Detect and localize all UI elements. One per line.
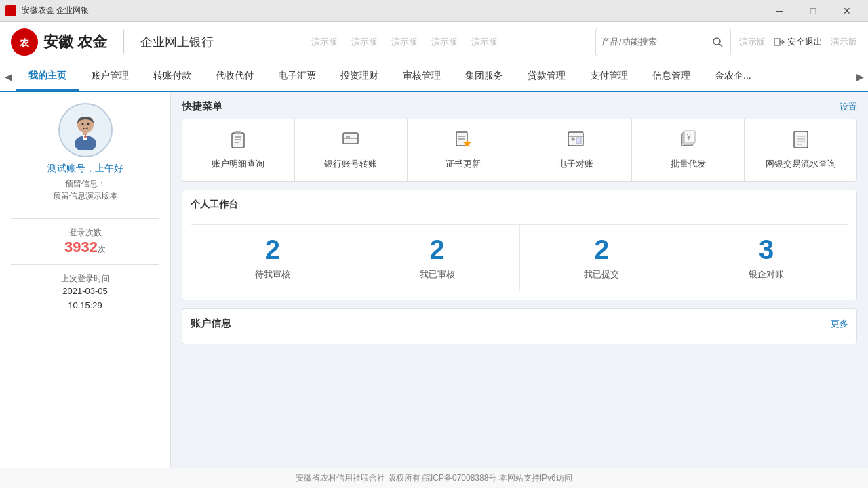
account-section-header: 账户信息 更多 [191, 317, 848, 330]
nav-bar: ◀ 我的主页账户管理转账付款代收代付电子汇票投资理财审核管理集团服务贷款管理支付… [0, 62, 868, 92]
search-input[interactable] [601, 37, 710, 47]
quick-item-label-1: 银行账号转账 [324, 158, 377, 170]
logo-area: 农 安徽 农金 [11, 28, 107, 56]
quick-item-5[interactable]: 网银交易流水查询 [745, 119, 856, 181]
svg-text:¥: ¥ [570, 134, 576, 142]
logout-button[interactable]: 安全退出 [774, 36, 823, 48]
search-box [595, 28, 731, 56]
avatar [58, 103, 113, 157]
nav-item-9[interactable]: 支付管理 [578, 62, 640, 92]
svg-rect-13 [232, 133, 244, 148]
workspace-title: 个人工作台 [191, 199, 238, 211]
workspace-stat-2: 2 我已提交 [520, 225, 685, 291]
quick-item-1[interactable]: 银行账号转账 [295, 119, 408, 181]
last-login-label: 上次登录时间 [11, 273, 159, 285]
ws-stat-label-2: 我已提交 [584, 268, 619, 281]
nav-item-0[interactable]: 我的主页 [16, 62, 79, 92]
login-count-unit: 次 [98, 245, 106, 254]
ws-stat-label-1: 我已审核 [420, 268, 455, 281]
login-count-value-row: 3932次 [11, 239, 159, 256]
logout-icon [774, 37, 785, 47]
workspace: 个人工作台 2 待我审核 2 我已审核 2 我已提交 3 银企对账 [182, 190, 857, 300]
maximize-button[interactable]: □ [797, 0, 829, 22]
sidebar-divider-1 [11, 218, 159, 219]
svg-point-2 [713, 38, 720, 45]
content-area: 快捷菜单 设置 账户明细查询 银行账号转账 证书更新 ¥ 电子对账 ¥ 批量代发… [171, 92, 868, 468]
account-section-more[interactable]: 更多 [831, 318, 848, 330]
account-section-title: 账户信息 [191, 317, 231, 330]
nav-item-7[interactable]: 集团服务 [453, 62, 515, 92]
logo-text: 安徽 农金 [43, 32, 107, 52]
nav-item-2[interactable]: 转账付款 [141, 62, 203, 92]
demo-2: 演示版 [351, 36, 378, 48]
search-button[interactable] [710, 31, 725, 53]
logo-icon: 农 [11, 28, 38, 56]
ws-stat-label-0: 待我审核 [255, 268, 290, 281]
nav-item-4[interactable]: 电子汇票 [266, 62, 328, 92]
minimize-button[interactable]: ─ [764, 0, 795, 22]
quick-item-label-0: 账户明细查询 [212, 158, 264, 170]
ws-stat-number-2: 2 [594, 236, 609, 263]
quick-menu-header: 快捷菜单 设置 [182, 100, 857, 113]
avatar-area: 测试账号，上午好 预留信息： 预留信息演示版本 [11, 103, 159, 210]
svg-text:¥: ¥ [686, 134, 691, 141]
reconcile-icon: ¥ [566, 130, 585, 154]
login-count-label: 登录次数 [11, 227, 159, 239]
workspace-stat-3: 3 银企对账 [684, 225, 848, 291]
sidebar: 测试账号，上午好 预留信息： 预留信息演示版本 登录次数 3932次 上次登录时… [0, 92, 171, 468]
logout-label: 安全退出 [787, 36, 823, 48]
svg-point-11 [81, 123, 83, 125]
window-title: 安徽农金 企业网银 [22, 5, 89, 16]
nav-next-button[interactable]: ▶ [852, 62, 868, 92]
quick-menu: 账户明细查询 银行账号转账 证书更新 ¥ 电子对账 ¥ 批量代发 网银交易流水查… [182, 119, 857, 182]
batch-icon: ¥ [679, 130, 698, 154]
workspace-stat-0: 2 待我审核 [191, 225, 355, 291]
ws-stat-number-0: 2 [265, 236, 280, 263]
demo-5: 演示版 [471, 36, 498, 48]
close-button[interactable]: ✕ [831, 0, 863, 22]
login-count-number: 3932 [64, 239, 98, 256]
svg-rect-10 [83, 132, 87, 135]
svg-rect-28 [576, 138, 581, 144]
nav-items: 我的主页账户管理转账付款代收代付电子汇票投资理财审核管理集团服务贷款管理支付管理… [16, 62, 852, 92]
reserved-value: 预留信息演示版本 [53, 191, 118, 201]
transfer-icon [341, 130, 360, 154]
demo-4: 演示版 [431, 36, 458, 48]
quick-menu-settings[interactable]: 设置 [840, 101, 857, 113]
quick-item-label-3: 电子对账 [558, 158, 593, 170]
cert-star-icon [454, 130, 473, 154]
quick-item-4[interactable]: ¥ 批量代发 [632, 119, 745, 181]
account-section: 账户信息 更多 [182, 308, 857, 344]
title-bar: 安徽农金 企业网银 ─ □ ✕ [0, 0, 868, 22]
svg-rect-4 [774, 39, 780, 45]
workspace-stats: 2 待我审核 2 我已审核 2 我已提交 3 银企对账 [191, 224, 848, 291]
last-login-time: 10:15:29 [11, 299, 159, 313]
header-right: 演示版 安全退出 演示版 [595, 28, 857, 56]
quick-item-3[interactable]: ¥ 电子对账 [519, 119, 632, 181]
search-icon [712, 37, 723, 47]
nav-item-3[interactable]: 代收代付 [203, 62, 266, 92]
nav-item-10[interactable]: 信息管理 [640, 62, 703, 92]
window-controls: ─ □ ✕ [764, 0, 863, 22]
app-icon [5, 5, 16, 16]
quick-item-2[interactable]: 证书更新 [408, 119, 520, 181]
quick-item-label-2: 证书更新 [446, 158, 481, 170]
demo-logout: 演示版 [831, 36, 857, 48]
demo-1: 演示版 [311, 36, 338, 48]
user-reserved-info: 预留信息： 预留信息演示版本 [53, 178, 118, 202]
demo-3: 演示版 [391, 36, 418, 48]
header-divider [123, 30, 124, 54]
nav-item-1[interactable]: 账户管理 [79, 62, 141, 92]
quick-item-0[interactable]: 账户明细查询 [182, 119, 295, 181]
bank-name: 企业网上银行 [140, 34, 214, 50]
avatar-image [65, 110, 106, 150]
footer-text: 安徽省农村信用社联合社 版权所有 皖ICP备07008388号 本网站支持IPv… [296, 472, 572, 484]
login-count-section: 登录次数 3932次 [11, 227, 159, 256]
nav-item-5[interactable]: 投资理财 [328, 62, 391, 92]
nav-item-6[interactable]: 审核管理 [391, 62, 453, 92]
user-greeting: 测试账号，上午好 [47, 163, 123, 175]
nav-item-11[interactable]: 金农企... [703, 62, 764, 92]
nav-prev-button[interactable]: ◀ [0, 62, 16, 92]
nav-item-8[interactable]: 贷款管理 [515, 62, 578, 92]
workspace-header: 个人工作台 [191, 199, 848, 219]
